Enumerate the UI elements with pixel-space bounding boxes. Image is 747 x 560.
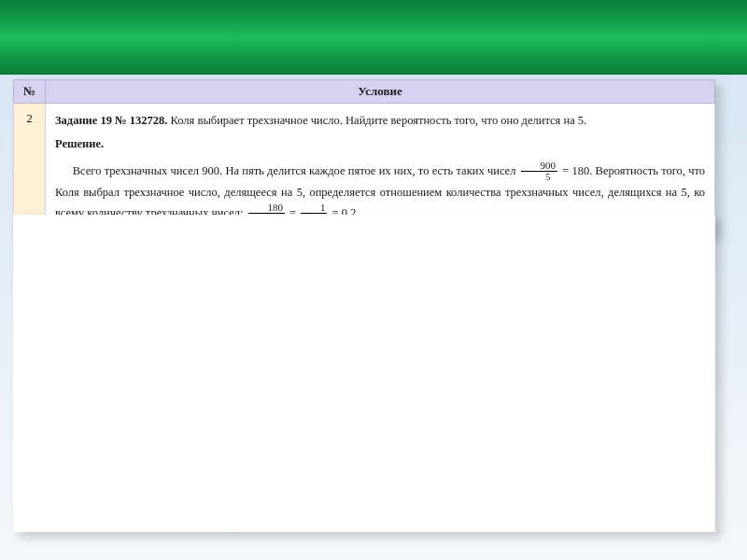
slide: № Условие 2 Задание 19 № 132728. Коля вы… [0,0,747,560]
fraction-2-num: 180 [248,203,285,214]
fraction-1-num: 900 [521,161,557,172]
fraction-1: 900 5 [521,161,557,183]
problem-card: № Условие 2 Задание 19 № 132728. Коля вы… [13,79,715,235]
table-header-row: № Условие [14,80,715,104]
fraction-1-den: 5 [521,171,557,183]
header-band [0,0,747,75]
solution-text-1: Всего трехзначных чисел 900. На пять дел… [73,163,516,176]
task-label: Задание 19 № 132728. [55,114,167,127]
header-condition: Условие [46,80,715,104]
problem-table: № Условие 2 Задание 19 № 132728. Коля вы… [13,79,715,235]
blank-card [13,215,715,532]
task-line: Задание 19 № 132728. Коля выбирает трехз… [55,111,705,131]
header-number: № [14,80,46,104]
task-text: Коля выбирает трехзначное число. Найдите… [171,114,587,127]
equals-1: = 180. [562,164,592,177]
solution-label: Решение. [55,134,705,154]
fraction-3-num: 1 [301,203,327,214]
